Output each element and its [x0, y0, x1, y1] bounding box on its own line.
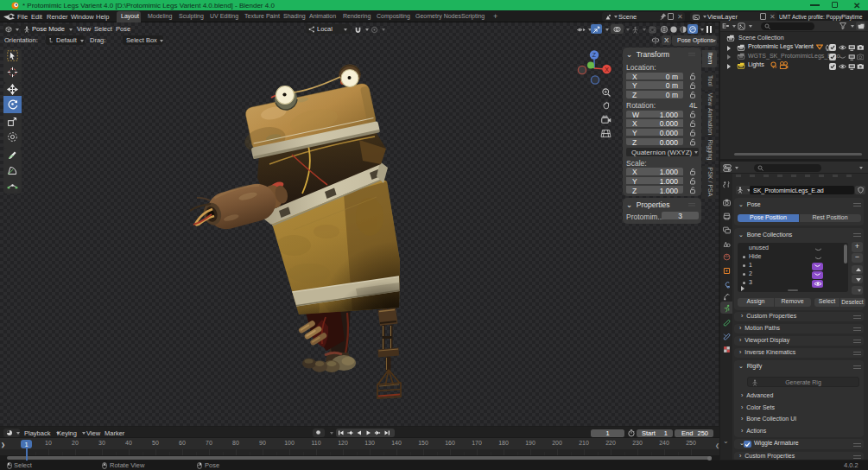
svg-text:3: 3	[775, 65, 777, 69]
